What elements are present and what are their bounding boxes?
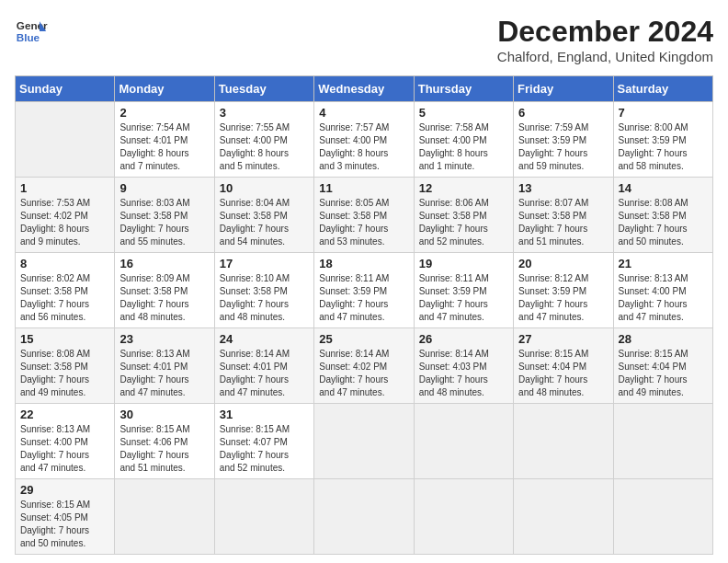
day-number: 7 bbox=[619, 106, 708, 120]
day-info: Sunrise: 8:09 AM Sunset: 3:58 PM Dayligh… bbox=[119, 272, 209, 324]
day-info: Sunrise: 8:15 AM Sunset: 4:06 PM Dayligh… bbox=[119, 423, 209, 475]
calendar-row: 29Sunrise: 8:15 AM Sunset: 4:05 PM Dayli… bbox=[16, 479, 713, 555]
calendar-cell: 7Sunrise: 8:00 AM Sunset: 3:59 PM Daylig… bbox=[613, 102, 712, 178]
calendar-cell: 10Sunrise: 8:04 AM Sunset: 3:58 PM Dayli… bbox=[214, 178, 313, 253]
calendar-cell: 30Sunrise: 8:15 AM Sunset: 4:06 PM Dayli… bbox=[115, 404, 214, 479]
day-number: 28 bbox=[619, 332, 708, 346]
day-info: Sunrise: 8:02 AM Sunset: 3:58 PM Dayligh… bbox=[20, 272, 109, 324]
day-number: 13 bbox=[518, 181, 608, 195]
calendar-cell: 9Sunrise: 8:03 AM Sunset: 3:58 PM Daylig… bbox=[115, 178, 214, 253]
calendar-cell: 1Sunrise: 7:53 AM Sunset: 4:02 PM Daylig… bbox=[16, 178, 115, 253]
day-number: 17 bbox=[220, 257, 309, 270]
page-header: General Blue December 2024 Chalford, Eng… bbox=[15, 15, 713, 64]
calendar-cell bbox=[16, 102, 115, 178]
day-number: 9 bbox=[119, 181, 209, 195]
day-number: 26 bbox=[419, 332, 508, 346]
day-number: 14 bbox=[619, 181, 708, 195]
calendar-cell: 28Sunrise: 8:15 AM Sunset: 4:04 PM Dayli… bbox=[613, 328, 712, 404]
calendar-cell: 13Sunrise: 8:07 AM Sunset: 3:58 PM Dayli… bbox=[514, 178, 613, 253]
day-info: Sunrise: 8:13 AM Sunset: 4:00 PM Dayligh… bbox=[619, 272, 708, 324]
day-info: Sunrise: 7:53 AM Sunset: 4:02 PM Dayligh… bbox=[20, 197, 109, 248]
column-header-thursday: Thursday bbox=[414, 76, 513, 102]
calendar-cell bbox=[414, 404, 513, 479]
day-number: 5 bbox=[419, 106, 508, 120]
calendar-row: 1Sunrise: 7:53 AM Sunset: 4:02 PM Daylig… bbox=[16, 178, 713, 253]
day-info: Sunrise: 7:59 AM Sunset: 3:59 PM Dayligh… bbox=[518, 121, 608, 173]
day-info: Sunrise: 7:54 AM Sunset: 4:01 PM Dayligh… bbox=[119, 121, 209, 173]
day-number: 4 bbox=[319, 106, 408, 120]
calendar-cell: 19Sunrise: 8:11 AM Sunset: 3:59 PM Dayli… bbox=[414, 253, 513, 328]
calendar-cell: 8Sunrise: 8:02 AM Sunset: 3:58 PM Daylig… bbox=[16, 253, 115, 328]
calendar-cell: 3Sunrise: 7:55 AM Sunset: 4:00 PM Daylig… bbox=[214, 102, 313, 178]
calendar-cell: 29Sunrise: 8:15 AM Sunset: 4:05 PM Dayli… bbox=[16, 479, 115, 555]
day-info: Sunrise: 8:11 AM Sunset: 3:59 PM Dayligh… bbox=[419, 272, 508, 324]
calendar-cell bbox=[514, 404, 613, 479]
calendar-cell bbox=[314, 404, 414, 479]
day-info: Sunrise: 8:14 AM Sunset: 4:01 PM Dayligh… bbox=[220, 348, 309, 399]
calendar-cell: 2Sunrise: 7:54 AM Sunset: 4:01 PM Daylig… bbox=[115, 102, 214, 178]
day-number: 24 bbox=[220, 332, 309, 346]
calendar-cell: 16Sunrise: 8:09 AM Sunset: 3:58 PM Dayli… bbox=[115, 253, 214, 328]
day-number: 10 bbox=[220, 181, 309, 195]
day-number: 12 bbox=[419, 181, 508, 195]
day-number: 11 bbox=[319, 181, 408, 195]
day-number: 27 bbox=[518, 332, 608, 346]
day-number: 31 bbox=[220, 408, 309, 421]
day-info: Sunrise: 8:08 AM Sunset: 3:58 PM Dayligh… bbox=[619, 197, 708, 248]
calendar-row: 8Sunrise: 8:02 AM Sunset: 3:58 PM Daylig… bbox=[16, 253, 713, 328]
day-number: 1 bbox=[20, 181, 109, 195]
calendar-cell bbox=[613, 479, 712, 555]
day-number: 18 bbox=[319, 257, 408, 270]
day-number: 23 bbox=[119, 332, 209, 346]
day-number: 19 bbox=[419, 257, 508, 270]
day-number: 29 bbox=[20, 483, 109, 497]
location-subtitle: Chalford, England, United Kingdom bbox=[497, 49, 713, 64]
day-info: Sunrise: 7:57 AM Sunset: 4:00 PM Dayligh… bbox=[319, 121, 408, 173]
day-info: Sunrise: 8:15 AM Sunset: 4:05 PM Dayligh… bbox=[20, 499, 109, 550]
month-title: December 2024 bbox=[497, 15, 713, 49]
day-number: 20 bbox=[518, 257, 608, 270]
calendar-header-row: SundayMondayTuesdayWednesdayThursdayFrid… bbox=[16, 76, 713, 102]
calendar-cell: 25Sunrise: 8:14 AM Sunset: 4:02 PM Dayli… bbox=[314, 328, 414, 404]
calendar-cell: 14Sunrise: 8:08 AM Sunset: 3:58 PM Dayli… bbox=[613, 178, 712, 253]
day-number: 16 bbox=[119, 257, 209, 270]
column-header-friday: Friday bbox=[514, 76, 613, 102]
calendar-cell: 11Sunrise: 8:05 AM Sunset: 3:58 PM Dayli… bbox=[314, 178, 414, 253]
day-info: Sunrise: 8:15 AM Sunset: 4:04 PM Dayligh… bbox=[518, 348, 608, 399]
day-info: Sunrise: 8:11 AM Sunset: 3:59 PM Dayligh… bbox=[319, 272, 408, 324]
day-number: 21 bbox=[619, 257, 708, 270]
calendar-cell: 21Sunrise: 8:13 AM Sunset: 4:00 PM Dayli… bbox=[613, 253, 712, 328]
calendar-cell bbox=[214, 479, 313, 555]
calendar-cell: 22Sunrise: 8:13 AM Sunset: 4:00 PM Dayli… bbox=[16, 404, 115, 479]
calendar-cell: 17Sunrise: 8:10 AM Sunset: 3:58 PM Dayli… bbox=[214, 253, 313, 328]
calendar-cell bbox=[314, 479, 414, 555]
day-number: 22 bbox=[20, 408, 109, 421]
calendar-cell: 18Sunrise: 8:11 AM Sunset: 3:59 PM Dayli… bbox=[314, 253, 414, 328]
day-info: Sunrise: 8:15 AM Sunset: 4:07 PM Dayligh… bbox=[220, 423, 309, 475]
day-info: Sunrise: 8:04 AM Sunset: 3:58 PM Dayligh… bbox=[220, 197, 309, 248]
logo-icon: General Blue bbox=[15, 15, 48, 48]
calendar-row: 2Sunrise: 7:54 AM Sunset: 4:01 PM Daylig… bbox=[16, 102, 713, 178]
day-info: Sunrise: 8:15 AM Sunset: 4:04 PM Dayligh… bbox=[619, 348, 708, 399]
calendar-table: SundayMondayTuesdayWednesdayThursdayFrid… bbox=[15, 75, 713, 555]
day-info: Sunrise: 8:14 AM Sunset: 4:03 PM Dayligh… bbox=[419, 348, 508, 399]
column-header-sunday: Sunday bbox=[16, 76, 115, 102]
day-info: Sunrise: 8:14 AM Sunset: 4:02 PM Dayligh… bbox=[319, 348, 408, 399]
day-info: Sunrise: 8:06 AM Sunset: 3:58 PM Dayligh… bbox=[419, 197, 508, 248]
day-number: 2 bbox=[119, 106, 209, 120]
calendar-cell bbox=[613, 404, 712, 479]
day-info: Sunrise: 8:08 AM Sunset: 3:58 PM Dayligh… bbox=[20, 348, 109, 399]
day-info: Sunrise: 7:55 AM Sunset: 4:00 PM Dayligh… bbox=[220, 121, 309, 173]
day-number: 3 bbox=[220, 106, 309, 120]
calendar-cell: 20Sunrise: 8:12 AM Sunset: 3:59 PM Dayli… bbox=[514, 253, 613, 328]
day-info: Sunrise: 8:05 AM Sunset: 3:58 PM Dayligh… bbox=[319, 197, 408, 248]
day-info: Sunrise: 7:58 AM Sunset: 4:00 PM Dayligh… bbox=[419, 121, 508, 173]
calendar-cell: 31Sunrise: 8:15 AM Sunset: 4:07 PM Dayli… bbox=[214, 404, 313, 479]
column-header-tuesday: Tuesday bbox=[214, 76, 313, 102]
calendar-cell bbox=[115, 479, 214, 555]
title-block: December 2024 Chalford, England, United … bbox=[497, 15, 713, 64]
day-number: 15 bbox=[20, 332, 109, 346]
calendar-cell: 5Sunrise: 7:58 AM Sunset: 4:00 PM Daylig… bbox=[414, 102, 513, 178]
calendar-cell: 4Sunrise: 7:57 AM Sunset: 4:00 PM Daylig… bbox=[314, 102, 414, 178]
day-info: Sunrise: 8:13 AM Sunset: 4:01 PM Dayligh… bbox=[119, 348, 209, 399]
